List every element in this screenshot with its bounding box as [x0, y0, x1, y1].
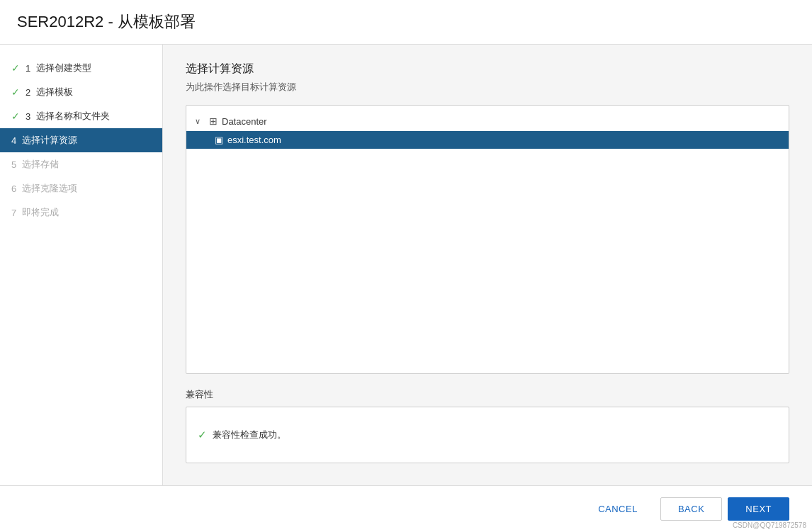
- check-icon-step2: ✓: [11, 86, 20, 98]
- datacenter-icon: ⊞: [209, 115, 218, 127]
- compute-resource-tree[interactable]: ∨ ⊞ Datacenter ▣ esxi.test.com: [186, 105, 789, 374]
- check-icon-step3: ✓: [11, 111, 20, 122]
- sidebar-item-label-step1: 选择创建类型: [36, 62, 91, 74]
- section-title: 选择计算资源: [186, 62, 789, 77]
- footer: CANCEL BACK NEXT: [0, 485, 812, 532]
- sidebar-item-label-step2: 选择模板: [36, 86, 73, 98]
- check-green-icon: ✓: [198, 429, 207, 441]
- tree-datacenter-row[interactable]: ∨ ⊞ Datacenter: [186, 111, 789, 131]
- chevron-down-icon: ∨: [195, 117, 205, 126]
- compatibility-panel: ✓ 兼容性检查成功。: [186, 407, 789, 463]
- sidebar-item-step7: 7 即将完成: [0, 200, 162, 225]
- sidebar-item-step4[interactable]: 4 选择计算资源: [0, 128, 162, 152]
- sidebar-item-label-step6: 选择克隆选项: [22, 182, 77, 195]
- datacenter-label: Datacenter: [222, 116, 267, 127]
- server-icon: ▣: [215, 135, 223, 145]
- esxi-label: esxi.test.com: [227, 135, 281, 145]
- sidebar-item-label-step3: 选择名称和文件夹: [36, 110, 110, 123]
- main-layout: ✓ 1 选择创建类型 ✓ 2 选择模板 ✓ 3 选择名称和文件夹 4 选择计算资…: [0, 45, 812, 485]
- sidebar-item-step1[interactable]: ✓ 1 选择创建类型: [0, 56, 162, 80]
- sidebar-item-step5: 5 选择存储: [0, 152, 162, 176]
- section-desc: 为此操作选择目标计算资源: [186, 81, 789, 94]
- sidebar: ✓ 1 选择创建类型 ✓ 2 选择模板 ✓ 3 选择名称和文件夹 4 选择计算资…: [0, 45, 163, 485]
- sidebar-item-step6: 6 选择克隆选项: [0, 176, 162, 200]
- sidebar-item-step2[interactable]: ✓ 2 选择模板: [0, 80, 162, 104]
- check-icon-step1: ✓: [11, 62, 20, 74]
- content-area: 选择计算资源 为此操作选择目标计算资源 ∨ ⊞ Datacenter ▣ esx…: [163, 45, 812, 485]
- next-button[interactable]: NEXT: [728, 497, 789, 521]
- sidebar-item-label-step5: 选择存储: [22, 158, 59, 171]
- sidebar-item-label-step4: 选择计算资源: [22, 134, 77, 147]
- compatibility-message: 兼容性检查成功。: [213, 429, 286, 441]
- cancel-button[interactable]: CANCEL: [581, 497, 655, 521]
- back-button[interactable]: BACK: [660, 497, 722, 521]
- sidebar-item-step3[interactable]: ✓ 3 选择名称和文件夹: [0, 104, 162, 128]
- tree-esxi-row[interactable]: ▣ esxi.test.com: [186, 131, 789, 149]
- page-header: SER2012R2 - 从模板部署: [0, 0, 812, 45]
- page-title: SER2012R2 - 从模板部署: [17, 13, 196, 30]
- compatibility-label: 兼容性: [186, 388, 789, 401]
- sidebar-item-label-step7: 即将完成: [22, 206, 59, 219]
